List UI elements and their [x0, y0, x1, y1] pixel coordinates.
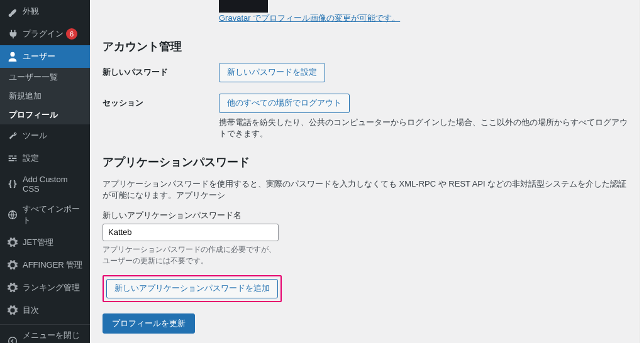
menu-label: メニューを閉じる: [23, 330, 85, 343]
submenu-add-new[interactable]: 新規追加: [0, 87, 90, 106]
app-password-name-input[interactable]: [103, 224, 279, 242]
menu-jet[interactable]: JET管理: [0, 231, 90, 254]
highlighted-action: 新しいアプリケーションパスワードを追加: [103, 275, 282, 302]
main-content: Gravatar でプロフィール画像の変更が可能です。 アカウント管理 新しいパ…: [90, 0, 644, 343]
gear-icon: [6, 281, 19, 294]
menu-label: ユーザー: [23, 51, 55, 62]
menu-label: 外観: [23, 6, 39, 17]
menu-settings[interactable]: 設定: [0, 147, 90, 170]
menu-affinger[interactable]: AFFINGER 管理: [0, 254, 90, 276]
app-password-name-label: 新しいアプリケーションパスワード名: [103, 210, 631, 221]
sliders-icon: [6, 152, 19, 165]
menu-toc[interactable]: 目次: [0, 299, 90, 322]
menu-label: AFFINGER 管理: [23, 259, 82, 271]
globe-icon: [6, 209, 19, 221]
session-description: 携帯電話を紛失したり、公共のコンピューターからログインした場合、ここ以外の他の場…: [219, 117, 631, 139]
logout-everywhere-button[interactable]: 他のすべての場所でログアウト: [219, 94, 350, 113]
braces-icon: [6, 178, 19, 190]
profile-avatar: [219, 0, 268, 13]
gear-icon: [6, 236, 19, 249]
menu-plugins[interactable]: プラグイン 6: [0, 23, 90, 45]
password-label: 新しいパスワード: [103, 63, 219, 78]
menu-label: ランキング管理: [23, 282, 80, 293]
submenu-profile[interactable]: プロフィール: [0, 106, 90, 124]
menu-label: ツール: [23, 130, 47, 141]
brush-icon: [6, 5, 19, 18]
menu-label: JET管理: [23, 237, 53, 248]
submenu-all-users[interactable]: ユーザー一覧: [0, 68, 90, 87]
menu-label: 設定: [23, 153, 39, 164]
session-label: セッション: [103, 94, 219, 109]
add-app-password-button[interactable]: 新しいアプリケーションパスワードを追加: [106, 279, 278, 298]
gravatar-link[interactable]: Gravatar でプロフィール画像の変更が可能です。: [219, 13, 400, 23]
update-badge: 6: [66, 28, 77, 40]
menu-appearance[interactable]: 外観: [0, 0, 90, 23]
wrench-icon: [6, 129, 19, 142]
app-password-help: アプリケーションパスワードの作成に必要ですが、 ユーザーの更新には不要です。: [103, 244, 631, 266]
menu-label: 目次: [23, 305, 39, 316]
plug-icon: [6, 28, 19, 40]
menu-users[interactable]: ユーザー: [0, 45, 90, 68]
scrollbar-track[interactable]: [639, 0, 644, 343]
menu-import-all[interactable]: すべてインポート: [0, 199, 90, 231]
menu-label: すべてインポート: [23, 204, 85, 226]
admin-sidebar: 外観 プラグイン 6 ユーザー ユーザー一覧 新規追加 プロフィール ツール 設…: [0, 0, 90, 343]
menu-collapse[interactable]: メニューを閉じる: [0, 324, 90, 343]
collapse-icon: [6, 335, 19, 343]
update-profile-button[interactable]: プロフィールを更新: [103, 313, 195, 334]
set-password-button[interactable]: 新しいパスワードを設定: [219, 63, 325, 82]
app-password-description: アプリケーションパスワードを使用すると、実際のパスワードを入力しなくても XML…: [103, 178, 631, 201]
gear-icon: [6, 259, 19, 271]
menu-label: Add Custom CSS: [23, 175, 85, 193]
user-icon: [6, 50, 19, 63]
gear-icon: [6, 304, 19, 317]
menu-tools[interactable]: ツール: [0, 124, 90, 147]
app-password-heading: アプリケーションパスワード: [103, 155, 631, 170]
menu-custom-css[interactable]: Add Custom CSS: [0, 170, 90, 199]
menu-label: プラグイン: [23, 28, 64, 40]
submenu-users: ユーザー一覧 新規追加 プロフィール: [0, 68, 90, 124]
menu-ranking[interactable]: ランキング管理: [0, 276, 90, 299]
account-heading: アカウント管理: [103, 39, 631, 54]
